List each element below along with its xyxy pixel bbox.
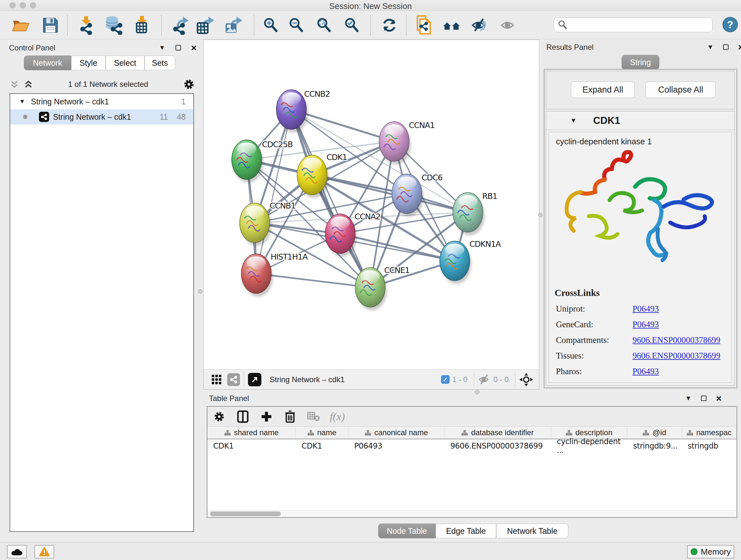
splitter-handle[interactable] xyxy=(198,289,202,294)
expand-all-icon[interactable] xyxy=(23,79,33,89)
hidden-eye-icon[interactable] xyxy=(478,374,491,385)
network-node[interactable]: CCNB1 xyxy=(240,201,295,246)
tab-network-table[interactable]: Network Table xyxy=(496,523,568,538)
network-node[interactable]: CCNB2 xyxy=(276,89,330,132)
tab-edge-table[interactable]: Edge Table xyxy=(435,523,496,538)
tab-string[interactable]: String xyxy=(622,55,659,70)
show-all-button[interactable] xyxy=(498,16,517,35)
panel-menu-icon[interactable]: ▼ xyxy=(707,44,714,51)
import-table-button[interactable] xyxy=(132,16,151,35)
table-cell[interactable]: CDK1 xyxy=(207,439,296,453)
close-panel-icon[interactable]: × xyxy=(738,44,741,50)
import-network-database-button[interactable] xyxy=(104,16,123,35)
float-panel-icon[interactable] xyxy=(723,44,729,50)
network-node[interactable]: CCNA2 xyxy=(325,212,381,257)
help-button[interactable]: ? xyxy=(723,17,738,32)
zoom-out-button[interactable] xyxy=(286,16,306,35)
table-cell[interactable]: P06493 xyxy=(348,439,445,453)
splitter-handle[interactable] xyxy=(538,212,542,217)
export-table-button[interactable] xyxy=(196,16,215,35)
table-row[interactable]: CDK1CDK1P064939606.ENSP00000378699cyclin… xyxy=(207,439,737,453)
network-row[interactable]: String Network – cdk1 11 48 xyxy=(10,109,193,125)
column-header[interactable]: namespac xyxy=(682,427,737,439)
export-network-button[interactable] xyxy=(171,16,190,35)
hide-selected-button[interactable] xyxy=(470,16,489,35)
open-in-window-button[interactable] xyxy=(248,373,261,386)
network-label: String Network – cdk1 xyxy=(53,112,131,122)
tab-style[interactable]: Style xyxy=(71,56,106,70)
network-edge[interactable] xyxy=(312,175,468,212)
show-columns-button[interactable] xyxy=(231,410,255,423)
network-node[interactable]: CDC6 xyxy=(392,173,443,217)
horizontal-scrollbar[interactable] xyxy=(207,510,737,517)
save-session-button[interactable] xyxy=(41,16,60,35)
panel-menu-icon[interactable]: ▼ xyxy=(159,44,165,51)
cloud-status-button[interactable] xyxy=(7,545,27,558)
crosslink-link[interactable]: 9606.ENSP00000378699 xyxy=(632,335,720,345)
selected-checkbox[interactable]: ✓ xyxy=(441,375,450,384)
search-input[interactable] xyxy=(567,20,704,29)
close-panel-icon[interactable]: × xyxy=(191,45,197,51)
network-node[interactable]: RB1 xyxy=(453,192,497,235)
export-image-button[interactable] xyxy=(224,16,243,35)
tab-node-table[interactable]: Node Table xyxy=(378,523,435,538)
column-header[interactable]: database identifier xyxy=(445,427,551,439)
grid-view-icon[interactable] xyxy=(211,374,222,385)
open-session-button[interactable] xyxy=(11,16,30,35)
network-node[interactable]: CDKN1A xyxy=(440,240,501,284)
network-options-gear-icon[interactable] xyxy=(183,78,195,90)
crosslink-row: Tissues:9606.ENSP00000378699 xyxy=(549,351,731,361)
warnings-button[interactable] xyxy=(35,545,54,558)
close-panel-icon[interactable]: × xyxy=(716,395,722,401)
search-box[interactable] xyxy=(554,17,713,32)
network-node[interactable]: CCNA1 xyxy=(379,121,434,165)
column-header[interactable]: canonical name xyxy=(348,427,445,439)
network-canvas[interactable]: CCNB2CCNA1CDC25BCDK1CDC6RB1CCNB1CCNA2CDK… xyxy=(204,40,539,369)
clone-network-button[interactable] xyxy=(414,16,433,35)
panel-menu-icon[interactable]: ▼ xyxy=(685,395,691,402)
column-header[interactable]: @id xyxy=(627,427,682,439)
node-result-header[interactable]: ▼ CDK1 xyxy=(546,111,734,130)
float-panel-icon[interactable] xyxy=(701,395,706,401)
network-node[interactable]: HIST1H1A xyxy=(241,252,308,297)
column-header[interactable]: shared name xyxy=(207,427,296,439)
expand-triangle-icon[interactable]: ▼ xyxy=(19,98,25,105)
tab-select[interactable]: Select xyxy=(106,56,145,70)
float-panel-icon[interactable] xyxy=(176,45,181,51)
string-home-button[interactable] xyxy=(442,16,461,35)
crosslink-link[interactable]: 9606.ENSP00000378699 xyxy=(632,351,720,361)
crosslink-link[interactable]: P06493 xyxy=(632,320,659,329)
column-header[interactable]: name xyxy=(296,427,348,439)
network-node[interactable]: CCNE1 xyxy=(355,266,409,310)
memory-button[interactable]: Memory xyxy=(687,545,734,558)
table-cell[interactable]: stringdb:9... xyxy=(627,439,682,453)
function-builder-button[interactable]: f(x) xyxy=(326,411,349,423)
collapse-all-icon[interactable] xyxy=(10,79,19,89)
table-cell[interactable]: stringdb xyxy=(682,439,737,453)
pan-crosshair-icon[interactable] xyxy=(519,373,533,387)
table-options-button[interactable] xyxy=(207,411,231,422)
network-edge[interactable] xyxy=(256,273,370,287)
table-cell[interactable]: 9606.ENSP00000378699 xyxy=(445,439,551,453)
tab-network[interactable]: Network xyxy=(24,56,71,70)
fit-content-button[interactable] xyxy=(314,16,333,35)
splitter-handle[interactable] xyxy=(475,390,479,394)
zoom-in-button[interactable] xyxy=(261,16,280,35)
collapse-all-button[interactable]: Collapse All xyxy=(646,81,716,98)
tab-sets[interactable]: Sets xyxy=(145,56,175,70)
crosslink-link[interactable]: P06493 xyxy=(632,367,659,376)
delete-table-button[interactable] xyxy=(302,412,326,422)
table-cell[interactable]: CDK1 xyxy=(296,439,348,453)
zoom-selected-button[interactable] xyxy=(342,16,361,35)
import-network-button[interactable] xyxy=(77,16,96,35)
crosslink-link[interactable]: P06493 xyxy=(632,304,659,314)
network-share-toggle[interactable] xyxy=(227,373,240,386)
expand-triangle-icon[interactable]: ▼ xyxy=(570,117,577,124)
table-cell[interactable]: cyclin-dependent ... xyxy=(551,439,627,453)
delete-column-button[interactable] xyxy=(278,411,302,423)
refresh-view-button[interactable] xyxy=(380,16,399,35)
scrollbar-thumb[interactable] xyxy=(210,511,281,516)
create-column-button[interactable] xyxy=(255,411,278,422)
network-collection-row[interactable]: ▼ String Network – cdk1 1 xyxy=(10,94,193,109)
expand-all-button[interactable]: Expand All xyxy=(571,81,635,98)
